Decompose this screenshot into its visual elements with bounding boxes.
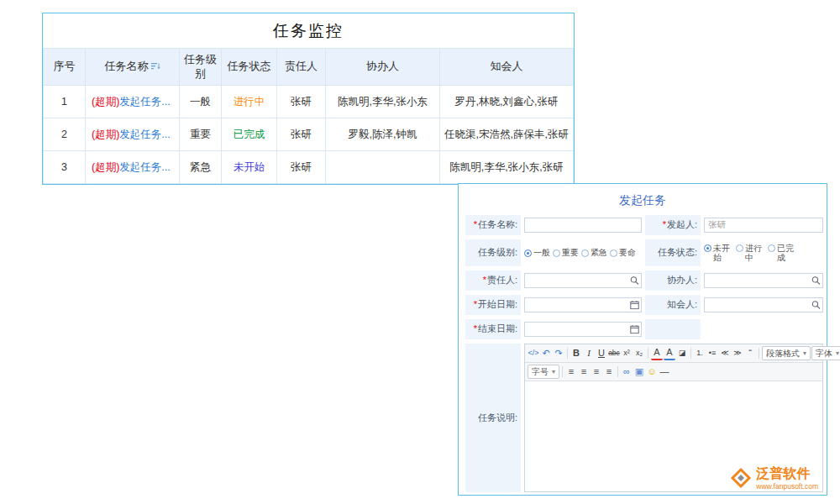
paragraph-format-label: 段落格式 [766, 348, 800, 360]
redo-button[interactable]: ↷ [553, 346, 564, 360]
owner-input[interactable] [524, 273, 642, 288]
end-date-input-wrap [524, 322, 642, 337]
brand-text-block: 泛普软件 www.fanpusoft.com [756, 467, 818, 490]
link-button[interactable]: ∞ [621, 365, 633, 379]
status-badge: 进行中 [234, 96, 265, 108]
status-option-inprogress[interactable]: 进行中 [736, 244, 765, 263]
search-icon[interactable] [811, 276, 821, 286]
image-button[interactable]: ▣ [633, 365, 645, 379]
sort-icon[interactable] [151, 62, 160, 71]
option-label: 重要 [562, 247, 579, 259]
option-label: 要命 [619, 247, 636, 259]
description-label: 任务说明: [465, 344, 521, 492]
task-form-panel: 发起任务 *任务名称: *发起人: 任务级别: 一般 重要 紧急 要命 任务状态… [458, 183, 827, 496]
calendar-icon[interactable] [630, 301, 639, 310]
helper-input[interactable] [704, 273, 823, 288]
emoji-button[interactable]: ☺ [646, 365, 658, 379]
label-text: 发起人: [667, 219, 697, 230]
italic-button[interactable]: I [583, 346, 595, 360]
owner-input-wrap [524, 273, 642, 288]
search-icon[interactable] [630, 276, 639, 286]
toolbar-separator [562, 366, 563, 377]
cell-informed: 罗丹,林晓,刘鑫心,张研 [440, 86, 574, 118]
undo-button[interactable]: ↶ [540, 346, 552, 360]
bg-color-button[interactable]: A [664, 346, 675, 360]
status-badge: 未开始 [234, 161, 265, 173]
toolbar-separator [617, 366, 618, 377]
paragraph-format-select[interactable]: 段落格式 [762, 346, 811, 360]
source-code-button[interactable]: </> [528, 346, 539, 360]
font-size-select[interactable]: 字号 [528, 365, 559, 379]
task-name-link[interactable]: 发起任务... [119, 161, 170, 173]
ordered-list-button[interactable]: 1. [694, 346, 706, 360]
toolbar-separator [690, 348, 691, 359]
font-family-select[interactable]: 字体 [811, 346, 840, 360]
level-option-urgent[interactable]: 紧急 [581, 247, 607, 259]
start-date-input[interactable] [524, 297, 642, 312]
level-option-general[interactable]: 一般 [524, 247, 550, 259]
bold-button[interactable]: B [570, 346, 582, 360]
task-name-link[interactable]: 发起任务... [119, 96, 170, 108]
status-option-notstarted[interactable]: 未开始 [704, 244, 733, 263]
font-family-label: 字体 [816, 348, 832, 360]
task-name-input[interactable] [524, 218, 642, 233]
cell-informed: 任晓渠,宋浩然,薛保丰,张研 [440, 118, 574, 151]
label-text: 责任人: [487, 275, 517, 286]
col-owner: 责任人 [277, 49, 326, 86]
status-option-completed[interactable]: 已完成 [768, 244, 797, 263]
header-row: 序号 任务名称 任务级别 任务状态 责任人 协办人 知会人 [44, 49, 574, 86]
cell-helpers: 罗毅,陈泽,钟凯 [326, 118, 440, 151]
align-right-button[interactable]: ≡ [591, 365, 602, 379]
strikethrough-button[interactable]: abc [608, 346, 620, 360]
text-color-button[interactable]: A [651, 346, 663, 360]
radio-icon [553, 249, 560, 257]
align-center-button[interactable]: ≡ [578, 365, 590, 379]
cell-informed: 陈凯明,李华,张小东,张研 [440, 151, 574, 184]
end-date-label: *结束日期: [465, 319, 521, 339]
search-icon[interactable] [811, 301, 821, 310]
informed-input[interactable] [704, 297, 823, 312]
option-label: 一般 [533, 247, 550, 259]
start-date-label: *开始日期: [465, 295, 521, 315]
label-text: 任务级别: [478, 247, 517, 258]
col-helpers-label: 协办人 [366, 60, 399, 72]
font-size-label: 字号 [532, 366, 549, 378]
level-option-important[interactable]: 重要 [553, 247, 579, 259]
unordered-list-button[interactable]: •≡ [706, 346, 718, 360]
cell-owner: 张研 [277, 118, 326, 151]
fanpu-logo-icon [730, 467, 752, 489]
underline-button[interactable]: U [596, 346, 607, 360]
radio-icon [581, 249, 589, 257]
option-label: 已完成 [777, 244, 797, 263]
task-name-cell [524, 215, 642, 235]
start-date-cell [524, 295, 642, 315]
level-option-critical[interactable]: 要命 [610, 247, 636, 259]
radio-icon [704, 244, 711, 252]
brand-url: www.fanpusoft.com [756, 483, 818, 491]
align-left-button[interactable]: ≡ [565, 365, 577, 379]
level-options-group: 一般 重要 紧急 要命 [524, 239, 642, 266]
initiator-input[interactable] [704, 218, 823, 233]
task-name-link[interactable]: 发起任务... [119, 129, 170, 140]
helper-cell [704, 270, 823, 291]
end-date-input[interactable] [524, 322, 642, 337]
horizontal-rule-button[interactable]: — [659, 365, 670, 379]
indent-button[interactable]: ≫ [732, 346, 743, 360]
table-body: 1 (超期)发起任务... 一般 进行中 张研 陈凯明,李华,张小东 罗丹,林晓… [44, 86, 574, 184]
blockquote-button[interactable]: “ [744, 346, 756, 360]
cell-status: 已完成 [222, 118, 277, 151]
cell-level: 紧急 [180, 151, 222, 184]
cell-level: 重要 [180, 118, 222, 151]
superscript-button[interactable]: x² [621, 346, 633, 360]
align-justify-button[interactable]: ≡ [603, 365, 615, 379]
label-text: 知会人: [667, 299, 697, 310]
subscript-button[interactable]: x₂ [633, 346, 645, 360]
calendar-icon[interactable] [630, 325, 639, 334]
cell-owner: 张研 [277, 86, 326, 118]
eraser-button[interactable]: ◪ [676, 346, 688, 360]
informed-label: 知会人: [645, 295, 701, 315]
overdue-tag: (超期) [92, 161, 119, 173]
level-label: 任务级别: [465, 239, 521, 266]
label-text: 协办人: [667, 275, 697, 286]
outdent-button[interactable]: ≪ [719, 346, 731, 360]
